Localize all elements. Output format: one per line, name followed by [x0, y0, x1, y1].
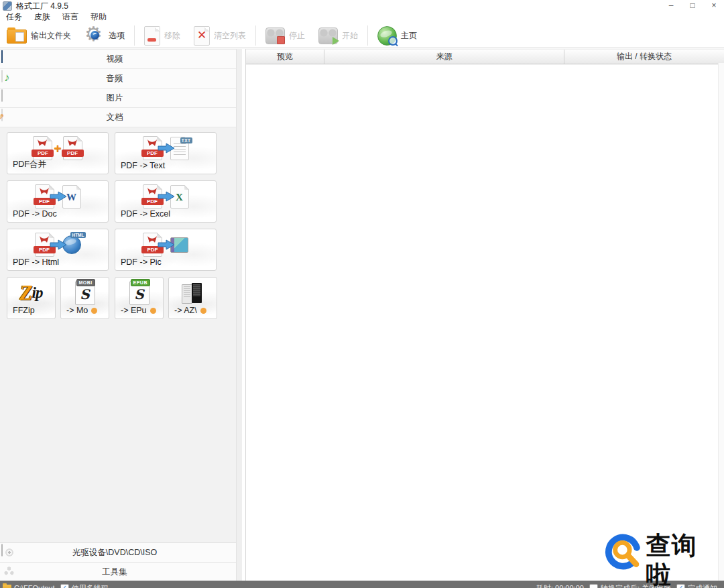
tool-label: PDF合并 [13, 159, 46, 170]
sidebar-item-video[interactable]: 视频 [0, 49, 236, 69]
home-globe-icon [377, 26, 397, 46]
tool-label: PDF -> Pic [121, 257, 162, 267]
tool-label: FFZip [13, 306, 35, 315]
options-button[interactable]: ⚙ 选项 [78, 25, 131, 46]
pdf-to-html-icon: PDF HTML [7, 231, 108, 258]
elapsed-time: 耗时: 00:00:00 [536, 583, 584, 588]
tool-pdf-merge[interactable]: PDF + PDF PDF合并 [7, 132, 109, 174]
multithread-label: 使用多线程 [72, 583, 109, 588]
remove-icon [144, 26, 160, 46]
menu-skin[interactable]: 皮肤 [28, 10, 56, 24]
column-header-source[interactable]: 来源 [324, 50, 564, 64]
watermark-name: 查询啦 [646, 531, 722, 588]
options-label: 选项 [109, 30, 125, 42]
pdf-merge-icon: PDF + PDF [7, 135, 108, 162]
folder-icon [3, 585, 11, 588]
window-controls: – □ × [666, 0, 719, 11]
stop-icon [265, 27, 285, 44]
tool-pdf-to-text[interactable]: PDF TXT PDF -> Text [115, 132, 217, 174]
tool-label: -> AZ\ [174, 306, 206, 315]
ffzip-icon: Zip [7, 280, 55, 306]
sidebar-item-toolset[interactable]: 工具集 [0, 562, 236, 581]
arrow-right-icon [158, 239, 175, 251]
arrow-right-icon [50, 239, 67, 251]
menu-help[interactable]: 帮助 [84, 10, 113, 24]
new-badge-dot [150, 308, 156, 314]
titlebar: 格式工厂 4.9.5 – □ × [0, 0, 724, 11]
mobi-file-icon: MOBI S [61, 280, 109, 306]
sidebar-item-document[interactable]: 文档 [0, 108, 236, 127]
tool-label: -> EPu [121, 306, 156, 315]
pdf-to-doc-icon: PDF W [7, 183, 108, 210]
column-header-status[interactable]: 输出 / 转换状态 [564, 50, 724, 64]
column-header-preview[interactable]: 预览 [246, 50, 324, 64]
clear-list-icon: ✕ [194, 26, 210, 46]
epub-file-icon: EPUB S [115, 280, 163, 306]
start-label: 开始 [342, 30, 358, 42]
tool-to-epub[interactable]: EPUB S -> EPu [115, 277, 164, 319]
tool-pdf-to-pic[interactable]: PDF PDF -> Pic [115, 229, 217, 271]
app-icon [3, 1, 12, 11]
category-label: 工具集 [0, 563, 229, 581]
stop-button[interactable]: 停止 [259, 25, 312, 46]
close-button[interactable]: × [709, 0, 719, 11]
sidebar-scrollbar[interactable] [236, 49, 242, 581]
chaxunla-logo-icon [604, 531, 645, 574]
toolbar-separator [134, 25, 135, 46]
tool-to-mobi[interactable]: MOBI S -> Mo [60, 277, 109, 319]
sidebar-item-optical-drive[interactable]: 光驱设备\DVD\CD\ISO [0, 542, 236, 562]
statusbar: C:\FFOutput ✓ 使用多线程 耗时: 00:00:00 转换完成后: … [0, 581, 724, 588]
tool-label: PDF -> Text [121, 161, 165, 170]
output-folder-button[interactable]: 输出文件夹 [0, 25, 78, 46]
remove-button[interactable]: 移除 [137, 25, 187, 46]
chaxunla-watermark: 查询啦 chaxunla.com [604, 531, 722, 579]
new-badge-dot [91, 308, 97, 314]
main-area: 视频 音频 图片 文档 PDF + [0, 48, 724, 581]
category-label: 光驱设备\DVD\CD\ISO [0, 543, 229, 562]
pdf-file-icon: PDF [63, 136, 82, 160]
toolbar-separator [255, 25, 256, 46]
output-folder-label: 输出文件夹 [31, 30, 71, 42]
multithread-toggle[interactable]: ✓ 使用多线程 [60, 583, 109, 588]
tool-to-azw[interactable]: -> AZ\ [168, 277, 217, 319]
toolbar-separator [367, 25, 368, 46]
pdf-file-icon: PDF [33, 136, 52, 160]
tool-pdf-to-excel[interactable]: PDF X PDF -> Excel [115, 180, 217, 223]
sidebar-item-picture[interactable]: 图片 [0, 89, 236, 108]
tool-pdf-to-doc[interactable]: PDF W PDF -> Doc [7, 180, 109, 223]
arrow-right-icon [158, 142, 175, 154]
menu-task[interactable]: 任务 [0, 10, 28, 24]
arrow-right-icon [50, 190, 67, 202]
output-folder-icon [7, 30, 27, 44]
gear-icon: ⚙ [84, 25, 105, 46]
start-button[interactable]: 开始 [312, 25, 365, 46]
output-path[interactable]: C:\FFOutput [3, 584, 55, 588]
pdf-to-pic-icon: PDF [115, 231, 216, 258]
sidebar-item-audio[interactable]: 音频 [0, 69, 236, 89]
category-list: 视频 音频 图片 文档 [0, 49, 236, 127]
remove-label: 移除 [164, 30, 180, 42]
clear-list-button[interactable]: ✕ 清空列表 [187, 25, 253, 46]
menu-language[interactable]: 语言 [56, 10, 84, 24]
tool-pdf-to-html[interactable]: PDF HTML PDF -> Html [7, 229, 109, 271]
task-list-panel: 预览 来源 输出 / 转换状态 [245, 49, 724, 581]
home-button[interactable]: 主页 [371, 25, 424, 46]
home-label: 主页 [401, 30, 417, 42]
tool-ffzip[interactable]: Zip FFZip [7, 277, 56, 319]
checkbox-unchecked-icon[interactable] [589, 584, 598, 588]
start-icon [318, 27, 338, 44]
checkbox-checked-icon[interactable]: ✓ [60, 584, 69, 588]
maximize-button[interactable]: □ [688, 0, 697, 11]
toolbar: 输出文件夹 ⚙ 选项 移除 ✕ 清空列表 停止 开始 主页 [0, 23, 724, 48]
minimize-button[interactable]: – [666, 0, 676, 11]
menubar: 任务 皮肤 语言 帮助 [0, 11, 724, 23]
category-label: 音频 [0, 69, 229, 88]
tool-label: PDF -> Excel [121, 209, 170, 219]
table-scrollbar[interactable] [718, 63, 724, 581]
category-label: 图片 [0, 89, 229, 107]
tool-label: PDF -> Html [13, 257, 59, 267]
pdf-to-text-icon: PDF TXT [115, 135, 216, 162]
category-label: 视频 [0, 50, 229, 68]
pdf-to-excel-icon: PDF X [115, 183, 216, 210]
sidebar: 视频 音频 图片 文档 PDF + [0, 49, 242, 581]
